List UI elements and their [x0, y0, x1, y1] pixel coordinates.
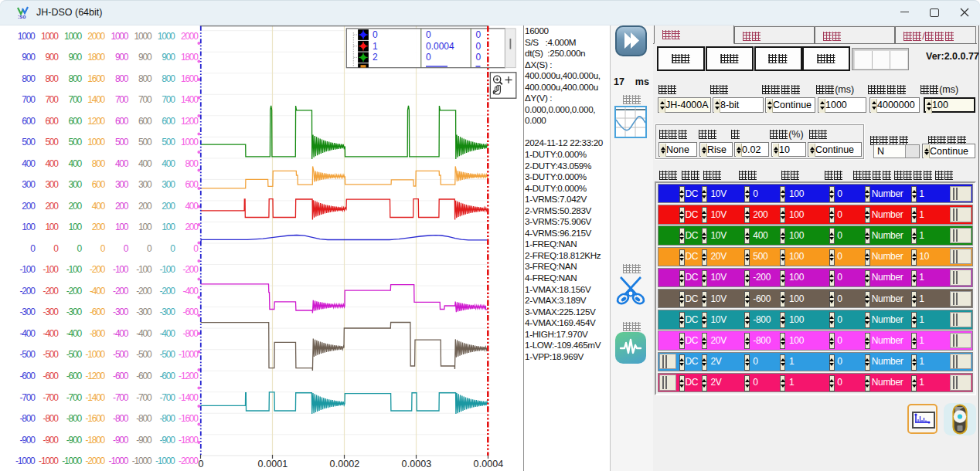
- svg-text:0: 0: [476, 52, 481, 63]
- svg-text:2: 2: [373, 52, 378, 63]
- svg-text:0.0001: 0.0001: [258, 459, 288, 469]
- svg-text:0: 0: [198, 459, 203, 469]
- svg-text:0: 0: [373, 29, 378, 40]
- svg-text:0.0004: 0.0004: [426, 41, 454, 52]
- svg-text:1: 1: [373, 41, 378, 52]
- svg-text:0: 0: [476, 29, 481, 40]
- svg-text:0: 0: [426, 52, 431, 63]
- svg-text:0: 0: [426, 29, 431, 40]
- svg-text:0.0004: 0.0004: [474, 459, 504, 469]
- svg-text::so: :so: [18, 14, 26, 19]
- svg-text:0.0003: 0.0003: [402, 459, 432, 469]
- svg-text:0.0002: 0.0002: [330, 459, 360, 469]
- svg-text:0: 0: [476, 41, 481, 52]
